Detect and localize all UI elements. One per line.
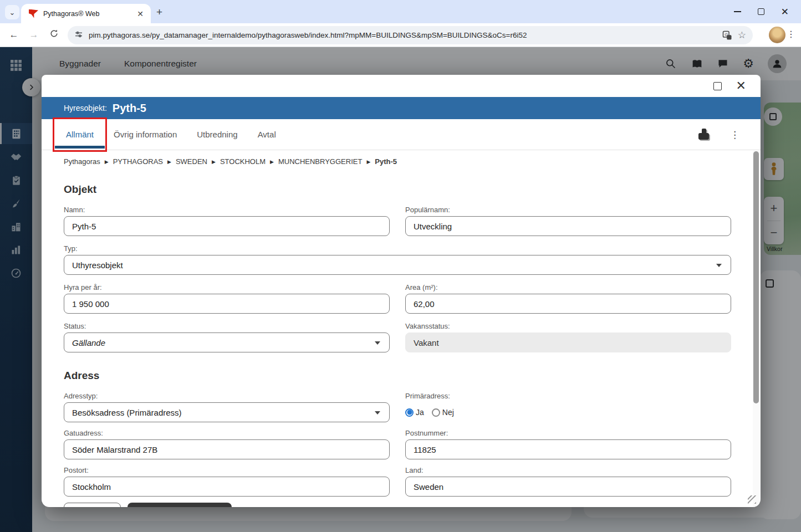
radio-unselected-icon <box>432 408 440 417</box>
tab-ovrig-information[interactable]: Övrig information <box>114 130 177 139</box>
browser-tab[interactable]: Pythagoras® Web ✕ <box>21 4 151 23</box>
url-text: pim.pythagoras.se/py_datamanager_interna… <box>89 31 717 39</box>
dialog-scrollbar[interactable] <box>753 151 759 507</box>
maximize-icon[interactable] <box>758 8 764 15</box>
gatuadress-field[interactable]: Söder Mälarstrand 27B <box>64 439 390 459</box>
dialog-close-icon[interactable]: ✕ <box>736 80 746 92</box>
chevron-down-icon <box>375 341 380 345</box>
breadcrumb-arrow-icon: ▶ <box>212 159 216 165</box>
dialog-menu-icon[interactable]: ⋮ <box>730 129 739 141</box>
namn-label: Namn: <box>64 206 390 214</box>
popularnamn-field[interactable]: Utveckling <box>405 216 731 236</box>
chevron-down-icon <box>716 264 722 267</box>
area-field[interactable]: 62,00 <box>405 294 731 314</box>
breadcrumb: Pythagoras▶ PYTHAGORAS▶ SWEDEN▶ STOCKHOL… <box>64 157 753 166</box>
section-heading-objekt: Objekt <box>64 183 753 196</box>
scrollbar-thumb[interactable] <box>753 151 759 403</box>
breadcrumb-arrow-icon: ▶ <box>105 159 109 165</box>
bookmark-star-icon[interactable]: ☆ <box>738 29 746 41</box>
popularnamn-label: Populärnamn: <box>405 206 731 214</box>
vakansstatus-label: Vakansstatus: <box>405 322 731 330</box>
status-label: Status: <box>64 322 390 330</box>
forward-icon[interactable]: → <box>28 29 40 40</box>
primaradress-ja-radio[interactable]: Ja <box>405 408 424 417</box>
site-settings-icon[interactable] <box>74 30 83 41</box>
tab-avtal[interactable]: Avtal <box>258 130 276 139</box>
dialog-header: Hyresobjekt: Pyth-5 <box>42 97 761 119</box>
breadcrumb-item[interactable]: STOCKHOLM <box>220 157 266 166</box>
postnummer-field[interactable]: 11825 <box>405 439 731 459</box>
postort-field[interactable]: Stockholm <box>64 477 390 497</box>
vakansstatus-field: Vakant <box>405 332 731 352</box>
land-label: Land: <box>405 466 731 474</box>
dialog-titlebar: ✕ <box>42 75 761 97</box>
typ-label: Typ: <box>64 244 731 253</box>
app-viewport: Byggnader Komponentregister ⚙ <box>0 47 801 532</box>
dialog-title: Pyth-5 <box>113 102 146 115</box>
breadcrumb-arrow-icon: ▶ <box>270 159 274 165</box>
pythagoras-favicon <box>29 9 38 18</box>
reload-icon[interactable] <box>48 29 60 41</box>
window-controls: ✕ <box>734 0 801 23</box>
primaradress-nej-radio[interactable]: Nej <box>432 408 454 417</box>
breadcrumb-arrow-icon: ▶ <box>167 159 171 165</box>
new-tab-button[interactable]: + <box>156 6 162 18</box>
tab-search-button[interactable]: ⌄ <box>5 5 19 19</box>
breadcrumb-item[interactable]: SWEDEN <box>176 157 207 166</box>
tab-close-icon[interactable]: ✕ <box>135 9 145 19</box>
postort-label: Postort: <box>64 466 390 474</box>
tab-utbredning[interactable]: Utbredning <box>197 130 237 139</box>
browser-menu-icon[interactable]: ⋮ <box>787 29 795 39</box>
adresstyp-label: Adresstyp: <box>64 392 390 400</box>
url-bar[interactable]: pim.pythagoras.se/py_datamanager_interna… <box>68 26 753 44</box>
footer-secondary-button[interactable] <box>64 503 121 507</box>
minimize-icon[interactable] <box>734 11 741 12</box>
hyra-label: Hyra per år: <box>64 283 390 291</box>
dialog-resize-handle[interactable] <box>748 495 756 504</box>
dialog-maximize-icon[interactable] <box>713 82 722 90</box>
radio-selected-icon <box>405 408 414 417</box>
namn-field[interactable]: Pyth-5 <box>64 216 390 236</box>
close-icon[interactable]: ✕ <box>781 7 789 17</box>
dialog-tabbar: Allmänt Övrig information Utbredning Avt… <box>42 119 761 150</box>
back-icon[interactable]: ← <box>8 29 20 40</box>
hyra-field[interactable]: 1 950 000 <box>64 294 390 314</box>
land-field[interactable]: Sweden <box>405 477 731 497</box>
section-heading-adress: Adress <box>64 370 753 382</box>
hyresobjekt-dialog: ✕ Hyresobjekt: Pyth-5 Allmänt Övrig info… <box>42 75 761 507</box>
browser-tabstrip: ⌄ Pythagoras® Web ✕ + ✕ <box>0 0 801 23</box>
breadcrumb-arrow-icon: ▶ <box>366 159 370 165</box>
gatuadress-label: Gatuadress: <box>64 429 390 437</box>
breadcrumb-item[interactable]: MUNCHENBRYGGERIET <box>278 157 362 166</box>
dialog-title-prefix: Hyresobjekt: <box>64 104 107 112</box>
breadcrumb-item[interactable]: Pythagoras <box>64 157 100 166</box>
footer-primary-button[interactable] <box>127 503 232 507</box>
tab-title: Pythagoras® Web <box>43 10 135 18</box>
primaradress-label: Primäradress: <box>405 392 731 400</box>
status-select[interactable]: Gällande <box>64 332 390 352</box>
breadcrumb-item[interactable]: PYTHAGORAS <box>113 157 163 166</box>
area-label: Area (m²): <box>405 283 731 291</box>
annotation-highlight-box <box>53 117 107 152</box>
breadcrumb-item-current: Pyth-5 <box>375 157 397 166</box>
postnummer-label: Postnummer: <box>405 429 731 437</box>
typ-select[interactable]: Uthyresobjekt <box>64 255 731 275</box>
profile-avatar[interactable] <box>769 27 785 43</box>
translate-icon[interactable]: G <box>722 30 732 40</box>
stamp-icon[interactable] <box>698 129 710 141</box>
adresstyp-select[interactable]: Besöksadress (Primäradress) <box>64 402 390 422</box>
chevron-down-icon <box>375 411 380 415</box>
dialog-body: Pythagoras▶ PYTHAGORAS▶ SWEDEN▶ STOCKHOL… <box>42 151 753 507</box>
browser-window: ⌄ Pythagoras® Web ✕ + ✕ ← → pim.pythagor… <box>0 0 801 532</box>
